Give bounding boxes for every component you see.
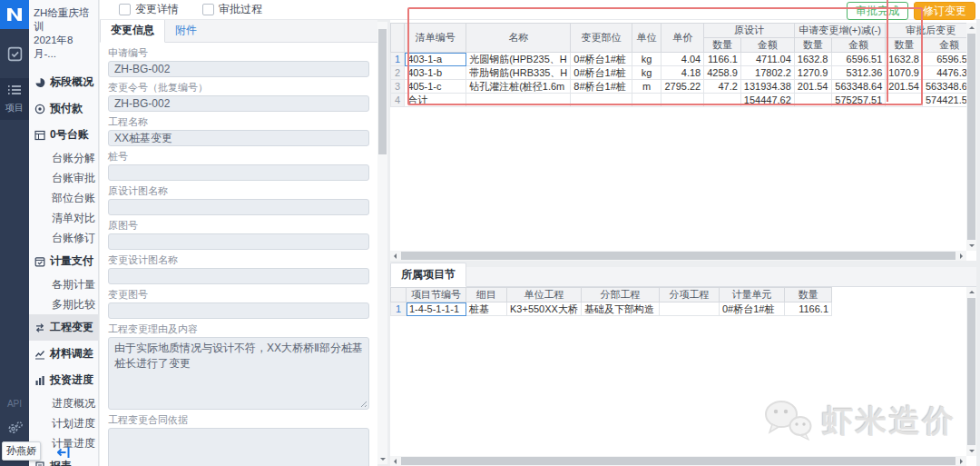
cell[interactable]: 575257.51 bbox=[831, 94, 886, 107]
row-number[interactable]: 1 bbox=[391, 53, 405, 66]
sidebar-item[interactable]: 标段概况 bbox=[29, 69, 98, 95]
field-orig-drawing-no[interactable] bbox=[108, 233, 369, 250]
sidebar-item[interactable]: 台账审批 bbox=[29, 168, 98, 188]
field-change-drawing-no[interactable] bbox=[108, 302, 369, 319]
field-apply-no[interactable] bbox=[108, 61, 369, 77]
sidebar-item[interactable]: 台账修订 bbox=[29, 228, 98, 248]
scroll-up-arrow[interactable] bbox=[966, 287, 976, 297]
scroll-down-arrow[interactable] bbox=[966, 446, 976, 456]
sidebar-item[interactable]: 工程变更 bbox=[29, 314, 98, 341]
field-project-name[interactable] bbox=[108, 130, 369, 146]
cell[interactable]: 563348.64 bbox=[831, 80, 886, 94]
row-number[interactable]: 3 bbox=[391, 80, 405, 94]
cell[interactable]: 基础及下部构造 bbox=[582, 302, 660, 316]
scrollbar-thumb[interactable] bbox=[401, 457, 956, 465]
cell[interactable] bbox=[571, 94, 632, 107]
scrollbar-thumb[interactable] bbox=[401, 252, 956, 260]
sidebar-item[interactable]: 进度概况 bbox=[29, 393, 98, 413]
tasks-check-icon[interactable] bbox=[0, 42, 29, 65]
cell[interactable]: 17802.2 bbox=[740, 66, 794, 80]
sidebar-item[interactable]: 计划进度 bbox=[29, 413, 98, 433]
field-orig-design-drawing-name[interactable] bbox=[108, 199, 369, 215]
sidebar-item[interactable]: 各期计量 bbox=[29, 274, 98, 294]
cell[interactable]: 2795.22 bbox=[662, 80, 704, 94]
cell[interactable] bbox=[632, 94, 662, 107]
cell[interactable]: kg bbox=[632, 53, 662, 66]
cell[interactable] bbox=[794, 94, 831, 107]
cell[interactable]: K3+550XX大桥 bbox=[507, 302, 582, 316]
app-logo[interactable] bbox=[0, 0, 29, 29]
cell[interactable]: 1070.9 bbox=[886, 66, 923, 80]
checkbox-change-details[interactable]: 变更详情 bbox=[119, 2, 179, 17]
tab-change-info[interactable]: 变更信息 bbox=[100, 20, 165, 43]
revise-change-button[interactable]: 修订变更 bbox=[914, 2, 975, 20]
scrollbar-thumb[interactable] bbox=[967, 34, 975, 240]
scroll-up-arrow[interactable] bbox=[966, 23, 976, 33]
cell[interactable]: 154447.62 bbox=[740, 94, 794, 107]
sidebar-item[interactable]: 材料调差 bbox=[29, 341, 98, 367]
scroll-right-arrow[interactable] bbox=[956, 456, 966, 466]
tab-attachments[interactable]: 附件 bbox=[165, 20, 207, 42]
rail-item-project[interactable]: 项目 bbox=[0, 78, 29, 120]
sidebar-item[interactable]: 预付款 bbox=[29, 95, 98, 122]
api-link[interactable]: API bbox=[7, 399, 22, 409]
cell[interactable]: 201.54 bbox=[886, 80, 923, 94]
cell[interactable]: 合计 bbox=[405, 94, 466, 107]
cell[interactable]: 47.2 bbox=[704, 80, 741, 94]
field-change-order-no[interactable] bbox=[108, 95, 369, 112]
cell[interactable]: 405-1-c bbox=[405, 80, 466, 94]
cell[interactable]: 带肋钢筋(HRB335、H bbox=[466, 66, 571, 80]
cell[interactable]: 4258.9 bbox=[704, 66, 741, 80]
cell[interactable]: 403-1-b bbox=[405, 66, 466, 80]
row-number[interactable]: 1 bbox=[391, 302, 407, 316]
scroll-right-arrow[interactable] bbox=[956, 251, 966, 261]
field-contract-basis[interactable] bbox=[108, 428, 369, 466]
scroll-down-arrow[interactable] bbox=[966, 241, 976, 251]
tab-project-section[interactable]: 所属项目节 bbox=[390, 263, 466, 287]
scrollbar-thumb[interactable] bbox=[378, 29, 387, 154]
approve-complete-button[interactable]: 审批完成 bbox=[847, 2, 908, 20]
settings-gear-icon[interactable] bbox=[6, 421, 24, 439]
cell[interactable]: 光圆钢筋(HPB235、H bbox=[466, 53, 571, 66]
cell[interactable] bbox=[660, 302, 720, 316]
cell[interactable]: 5312.36 bbox=[831, 66, 886, 80]
cell[interactable]: 8#桥台1#桩 bbox=[571, 80, 632, 94]
scroll-down-arrow[interactable] bbox=[377, 454, 387, 464]
cell[interactable]: 131934.38 bbox=[740, 80, 794, 94]
cell[interactable]: m bbox=[632, 80, 662, 94]
sidebar-item[interactable]: 台账分解 bbox=[29, 148, 98, 168]
cell[interactable]: 桩基 bbox=[466, 302, 507, 316]
cell[interactable] bbox=[704, 94, 741, 107]
scroll-left-arrow[interactable] bbox=[390, 456, 400, 466]
cell[interactable]: 403-1-a bbox=[405, 53, 466, 66]
cell[interactable]: 钻孔灌注桩(桩径1.6m bbox=[466, 80, 571, 94]
sidebar-item[interactable]: 0号台账 bbox=[29, 122, 98, 148]
cell[interactable]: 201.54 bbox=[794, 80, 831, 94]
sidebar-item[interactable]: 多期比较 bbox=[29, 294, 98, 314]
cell[interactable] bbox=[466, 94, 571, 107]
cell[interactable]: 0#桥台1#桩 bbox=[720, 302, 785, 316]
scrollbar-thumb[interactable] bbox=[967, 298, 975, 445]
cell[interactable]: kg bbox=[632, 66, 662, 80]
row-number[interactable]: 4 bbox=[391, 94, 405, 107]
cell[interactable]: 1166.1 bbox=[785, 302, 832, 316]
sidebar-item[interactable]: 计量支付 bbox=[29, 248, 98, 274]
cell[interactable]: 4.18 bbox=[662, 66, 704, 80]
field-stake-no[interactable] bbox=[108, 164, 369, 181]
sidebar-item[interactable]: 清单对比 bbox=[29, 208, 98, 228]
field-change-design-drawing-name[interactable] bbox=[108, 268, 369, 284]
cell[interactable]: 0#桥台1#桩 bbox=[571, 66, 632, 80]
cell[interactable] bbox=[662, 94, 704, 107]
cell[interactable]: 1632.8 bbox=[886, 53, 923, 66]
field-change-reason[interactable] bbox=[108, 337, 369, 410]
cell[interactable]: 6596.51 bbox=[831, 53, 886, 66]
cell[interactable]: 1166.1 bbox=[704, 53, 741, 66]
cell[interactable]: 4.04 bbox=[662, 53, 704, 66]
sidebar-item[interactable]: 部位台账 bbox=[29, 188, 98, 208]
cell[interactable]: 4711.04 bbox=[740, 53, 794, 66]
cell[interactable]: 1632.8 bbox=[794, 53, 831, 66]
row-number[interactable]: 2 bbox=[391, 66, 405, 80]
cell[interactable]: 1-4-5-1-1-1 bbox=[407, 302, 466, 316]
scroll-left-arrow[interactable] bbox=[390, 251, 400, 261]
cell[interactable] bbox=[886, 94, 923, 107]
